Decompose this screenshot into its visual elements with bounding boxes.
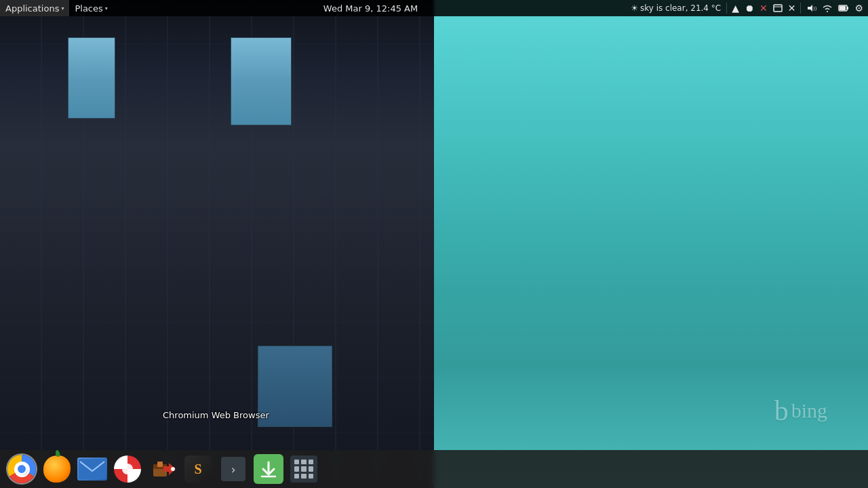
panel-center: Wed Mar 9, 12:45 AM <box>113 3 628 14</box>
applications-menu[interactable]: Applications ▾ <box>0 0 69 16</box>
bing-watermark: b bing <box>774 394 827 427</box>
datetime-display[interactable]: Wed Mar 9, 12:45 AM <box>323 3 418 14</box>
volume-icon[interactable]: )))) <box>804 0 818 16</box>
grid-dot <box>294 474 299 479</box>
svg-rect-5 <box>847 7 848 9</box>
places-menu[interactable]: Places ▾ <box>69 0 113 16</box>
svg-rect-6 <box>840 6 846 10</box>
top-panel: Applications ▾ Places ▾ Wed Mar 9, 12:45… <box>0 0 868 16</box>
tray-separator <box>726 3 727 14</box>
svg-rect-7 <box>79 459 106 479</box>
svg-marker-2 <box>808 5 812 12</box>
orange-icon <box>43 455 71 483</box>
email-icon <box>77 458 107 481</box>
grid-dot <box>294 466 299 471</box>
help-launcher[interactable] <box>111 453 144 485</box>
svg-point-12 <box>171 467 175 471</box>
places-label: Places <box>75 3 102 14</box>
grid-dot <box>301 466 306 471</box>
chromium-launcher[interactable] <box>5 453 38 485</box>
battery-icon[interactable] <box>836 0 851 16</box>
package-manager-launcher[interactable] <box>146 453 179 485</box>
places-arrow-icon: ▾ <box>105 5 108 12</box>
grid-dot <box>301 474 306 479</box>
desktop: b bing Applications ▾ Places ▾ Wed Mar 9… <box>0 0 868 488</box>
chromium-icon <box>7 455 36 483</box>
building-window <box>231 37 292 125</box>
tooltip-area: Chromium Web Browser <box>163 410 269 420</box>
system-tray: ☀ sky is clear, 21.4 °C ▲ ⏺ ✕ ✕ <box>628 0 868 16</box>
wallpaper <box>0 0 868 488</box>
x-icon[interactable]: ✕ <box>786 0 798 16</box>
download-manager-launcher[interactable] <box>252 453 285 485</box>
record-icon[interactable]: ⏺ <box>743 0 756 16</box>
settings-icon[interactable]: ⚙ <box>852 0 865 16</box>
apps-grid-launcher[interactable] <box>288 453 320 485</box>
orange-app-launcher[interactable] <box>41 453 73 485</box>
building-window <box>68 37 115 119</box>
arrow-right-icon: › <box>221 457 245 481</box>
app-tooltip: Chromium Web Browser <box>163 410 269 420</box>
grid-dot <box>309 474 313 479</box>
applications-label: Applications <box>5 3 59 14</box>
grid-dot <box>294 460 299 464</box>
eject-icon[interactable]: ▲ <box>730 0 741 16</box>
weather-icon: ☀ <box>631 3 638 13</box>
grid-dot <box>309 466 313 471</box>
svg-text:)))): )))) <box>813 6 816 12</box>
apps-grid-icon <box>290 455 317 483</box>
weather-applet[interactable]: ☀ sky is clear, 21.4 °C <box>628 0 724 16</box>
sublime-icon: S <box>184 455 212 483</box>
close-red-icon[interactable]: ✕ <box>757 0 770 16</box>
taskbar: S › <box>0 450 868 488</box>
network-icon[interactable] <box>820 0 835 16</box>
panel-left: Applications ▾ Places ▾ <box>0 0 113 16</box>
weather-text: sky is clear, 21.4 °C <box>640 3 721 13</box>
svg-rect-10 <box>157 462 163 467</box>
lifesaver-icon <box>114 455 141 483</box>
bing-logo-icon: b <box>774 394 789 427</box>
download-icon <box>254 454 283 484</box>
applications-arrow-icon: ▾ <box>61 5 64 12</box>
window-icon[interactable] <box>771 0 785 16</box>
svg-rect-0 <box>774 5 782 12</box>
package-icon <box>148 454 178 484</box>
bing-logo-text: bing <box>791 399 827 422</box>
grid-dot <box>301 460 306 464</box>
next-button[interactable]: › <box>217 453 250 485</box>
tray-separator-2 <box>800 3 801 14</box>
sublime-text-launcher[interactable]: S <box>182 453 214 485</box>
grid-dot <box>309 460 313 464</box>
email-launcher[interactable] <box>76 453 108 485</box>
